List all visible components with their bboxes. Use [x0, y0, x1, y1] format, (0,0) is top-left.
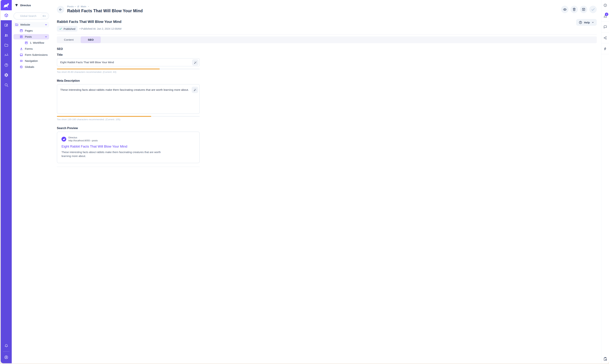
preview-description: These interesting facts about rabbits ma…	[62, 150, 165, 158]
module-content[interactable]	[1, 10, 12, 20]
sidebar-item-label: Forms	[25, 47, 33, 51]
search-preview-label: Search Preview	[57, 127, 200, 130]
module-insights[interactable]	[1, 50, 12, 60]
module-bar	[1, 0, 12, 182]
sidebar-item-pages[interactable]: Pages	[13, 28, 49, 33]
svg-text:A: A	[21, 47, 22, 50]
title-length-hint: Too short 45-60 characters recommended. …	[57, 71, 200, 73]
project-name: Directus	[20, 4, 31, 7]
module-files[interactable]	[1, 40, 12, 50]
sidebar-item-globals[interactable]: Globals	[13, 64, 49, 70]
item-header: Rabbit Facts That Will Blow Your Mind Pu…	[57, 20, 304, 35]
module-docs[interactable]	[1, 60, 12, 70]
title-length-progress-fill	[57, 68, 160, 69]
edit-icon	[4, 23, 8, 27]
project-header[interactable]: Directus	[12, 0, 51, 10]
check-icon	[59, 27, 62, 30]
status-badge: Published	[57, 26, 78, 32]
global-search[interactable]: ⌘K	[13, 13, 49, 20]
sidebar-item-label: Pages	[25, 29, 33, 32]
meta-length-progress-fill	[57, 116, 151, 117]
meta-length-progress	[57, 116, 200, 117]
published-at: • Published At: Jun 2, 2024 12:00AM	[79, 27, 121, 30]
sidebar-item-label: Website	[20, 23, 30, 26]
status-row: Published • Published At: Jun 2, 2024 12…	[57, 26, 304, 32]
seo-meta-textarea[interactable]: These interesting facts about rabbits ma…	[57, 84, 200, 114]
seo-meta-value: These interesting facts about rabbits ma…	[57, 85, 199, 91]
site-favicon	[62, 137, 66, 142]
back-button[interactable]	[57, 6, 64, 13]
browser-icon	[20, 29, 23, 32]
title-block: Posts • Main Rabbit Facts That Will Blow…	[67, 5, 143, 13]
search-preview-card: Directus http://localhost:8055 › posts E…	[57, 131, 200, 163]
collection-nav: Website Pages	[12, 22, 51, 70]
sidebar-item-workflow[interactable]: 1. Workflow	[13, 40, 49, 45]
collections-sidebar: Directus ⌘K Website	[12, 0, 51, 182]
site-name: Directus	[68, 136, 98, 139]
divider	[57, 34, 304, 35]
preview-site-row: Directus http://localhost:8055 › posts	[62, 136, 195, 142]
seo-title-input[interactable]	[57, 61, 199, 64]
sidebar-item-navigation[interactable]: Navigation	[13, 58, 49, 64]
page-title: Rabbit Facts That Will Blow Your Mind	[67, 9, 143, 13]
gear-icon	[4, 73, 9, 77]
project-icon	[14, 3, 18, 7]
breadcrumb-version[interactable]: Main	[81, 5, 86, 8]
spacer	[57, 73, 200, 77]
site-meta: Directus http://localhost:8055 › posts	[68, 136, 98, 142]
folder-star-icon	[15, 23, 18, 26]
users-icon	[4, 33, 9, 38]
sidebar-item-label: Globals	[25, 65, 34, 68]
sidebar-item-website[interactable]: Website	[13, 22, 49, 27]
preview-link-title[interactable]: Eight Rabbit Facts That Will Blow Your M…	[62, 144, 195, 148]
sidebar-item-posts[interactable]: Posts	[13, 34, 49, 39]
globe-icon	[20, 65, 23, 69]
breadcrumb-collection[interactable]: Posts	[67, 5, 74, 8]
search-shortcut-badge: ⌘K	[41, 14, 47, 18]
sidebar-item-forms[interactable]: A Forms	[13, 46, 49, 52]
magic-wand-icon	[193, 61, 197, 65]
module-bar-spacer	[1, 90, 12, 182]
meta-length-hint: Too short 130-160 characters recommended…	[57, 118, 200, 121]
version-sync-icon	[77, 5, 80, 8]
sidebar-item-label: Form Submissions	[25, 53, 48, 56]
module-editor[interactable]	[1, 20, 12, 30]
chevron-down-icon[interactable]	[44, 35, 48, 38]
inbox-icon	[20, 53, 23, 57]
module-users[interactable]	[1, 30, 12, 40]
cube-icon	[4, 13, 9, 18]
site-url: http://localhost:8055 › posts	[68, 139, 98, 142]
main-content: Posts • Main Rabbit Facts That Will Blow…	[51, 0, 304, 182]
seo-fields: SEO Title	[57, 47, 200, 167]
seo-title-input-wrap	[57, 58, 200, 66]
title-length-progress	[57, 68, 200, 69]
page-header: Posts • Main Rabbit Facts That Will Blow…	[57, 5, 304, 13]
list-arrow-icon	[20, 59, 23, 63]
app-window: Directus ⌘K Website	[1, 0, 304, 182]
item-title: Rabbit Facts That Will Blow Your Mind	[57, 20, 304, 24]
seo-heading: SEO	[57, 47, 200, 51]
search-icon	[4, 83, 9, 87]
insights-icon	[4, 53, 9, 57]
help-circle-icon	[4, 63, 9, 67]
breadcrumb-separator: •	[75, 5, 76, 8]
sidebar-item-form-submissions[interactable]: Form Submissions	[13, 52, 49, 58]
rabbit-logo-icon	[63, 138, 65, 141]
tab-content[interactable]: Content	[57, 36, 81, 43]
directus-logo[interactable]	[1, 0, 12, 10]
article-icon	[20, 35, 23, 39]
chevron-down-icon[interactable]	[44, 23, 48, 26]
sidebar-item-label: Posts	[25, 35, 32, 38]
breadcrumb[interactable]: Posts • Main	[67, 5, 143, 8]
sidebar-item-label: Navigation	[25, 59, 38, 63]
status-label: Published	[64, 27, 75, 30]
sidebar-item-label: 1. Workflow	[30, 41, 44, 44]
module-settings[interactable]	[1, 70, 12, 80]
module-search[interactable]	[1, 80, 12, 90]
auto-generate-meta-button[interactable]	[192, 87, 198, 93]
magic-wand-icon	[193, 88, 197, 92]
auto-generate-title-button[interactable]	[192, 59, 199, 66]
meta-field-label: Meta Description	[57, 79, 200, 82]
tab-seo[interactable]: SEO	[81, 36, 101, 43]
letter-a-icon: A	[20, 47, 23, 51]
